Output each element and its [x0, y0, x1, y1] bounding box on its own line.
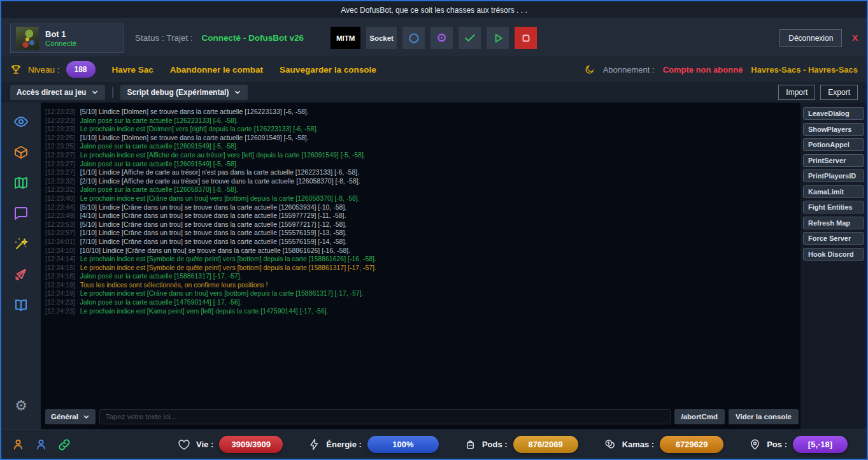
settings-button[interactable]: ⚙ — [430, 27, 453, 49]
log-line: [12:23:32]Jalon posé sur la carte actuel… — [45, 185, 797, 194]
player-blue-icon[interactable] — [34, 438, 48, 451]
command-button-kamalimit[interactable]: KamaLimit — [803, 185, 864, 198]
command-button-hook-discord[interactable]: Hook Discord — [803, 248, 864, 261]
sidebar-item-library[interactable] — [1, 290, 41, 320]
console-log[interactable]: [12:23:23][5/10] Lindice [Dolmen] se tro… — [41, 103, 800, 409]
log-message: Tous les indices sont sélectionnés, on c… — [80, 281, 268, 289]
game-access-dropdown[interactable]: Accès direct au jeu — [10, 85, 105, 100]
log-message: [2/10] Lindice [Affiche de carte au trés… — [80, 177, 360, 185]
command-button-showplayers[interactable]: ShowPlayers — [803, 123, 864, 136]
pos-pill: [5,-18] — [793, 436, 848, 453]
sword-icon — [13, 267, 29, 282]
log-message: [5/10] Lindice [Crâne dans un trou] se t… — [80, 203, 347, 211]
sidebar-item-chat[interactable] — [1, 198, 41, 229]
chat-input[interactable] — [99, 409, 671, 424]
log-line: [12:24:23]Le prochain indice est [Kama p… — [45, 307, 797, 316]
log-message: Jalon posé sur la carte actuelle [147590… — [80, 298, 242, 306]
chevron-down-icon — [83, 413, 90, 420]
avatar — [16, 27, 39, 50]
circle-icon — [408, 32, 420, 45]
kamas-pill: 6729629 — [660, 436, 723, 453]
sidebar-item-vision[interactable] — [1, 106, 41, 137]
command-button-fight-entities[interactable]: Fight Entities — [803, 201, 864, 213]
export-button[interactable]: Export — [820, 85, 858, 100]
energie-stat: Énergie : 100% — [308, 436, 439, 453]
sidebar-settings[interactable]: ⚙ — [1, 390, 41, 420]
mitm-button[interactable]: MITM — [331, 27, 360, 49]
moon-icon — [585, 64, 595, 75]
command-button-refresh-map[interactable]: Refresh Map — [803, 217, 864, 229]
sidebar-item-automation[interactable] — [1, 229, 41, 259]
level-action-link[interactable]: Havre Sac — [112, 65, 153, 75]
channel-dropdown[interactable]: Général — [45, 409, 96, 424]
bot-card[interactable]: Bot 1 Connecté — [10, 24, 124, 53]
clear-console-button[interactable]: Vider la console — [729, 409, 799, 424]
chat-icon — [13, 206, 29, 221]
log-message: Le prochain indice est [Crâne dans un tr… — [80, 289, 364, 297]
wand-icon — [13, 236, 29, 252]
log-message: Jalon posé sur la carte actuelle [126223… — [80, 117, 238, 124]
start-button[interactable] — [487, 27, 509, 49]
log-message: Le prochain indice est [Symbole de quête… — [80, 264, 376, 271]
close-icon[interactable]: X — [852, 33, 858, 43]
log-message: [7/10] Lindice [Crâne dans un trou] se t… — [80, 238, 347, 245]
toolbar: Accès direct au jeu Script debug (Expéri… — [1, 82, 867, 103]
script-dropdown[interactable]: Script debug (Expérimental) — [120, 85, 248, 100]
log-message: Jalon posé sur la carte actuelle [126091… — [80, 160, 238, 168]
log-line: [12:24:10][10/10] Lindice [Crâne dans un… — [45, 247, 797, 255]
disconnect-button[interactable]: Déconnexion — [779, 29, 842, 47]
sidebar-item-inventory[interactable] — [1, 137, 41, 168]
circle-status-button[interactable] — [402, 27, 425, 49]
titlebar: Avec DofusBot, que ce soit les chasses a… — [1, 1, 867, 18]
log-timestamp: [12:24:10] — [45, 247, 75, 254]
log-line: [12:24:15]Le prochain indice est [Symbol… — [45, 264, 797, 273]
log-timestamp: [12:24:19] — [45, 289, 75, 297]
energie-pill: 100% — [367, 436, 439, 453]
log-message: [4/10] Lindice [Crâne dans un trou] se t… — [80, 212, 346, 219]
log-message: Le prochain indice est [Dolmen] vers [ri… — [80, 125, 318, 133]
log-message: Jalon posé sur la carte actuelle [158861… — [80, 272, 242, 280]
link-icon[interactable] — [57, 438, 71, 452]
log-timestamp: [12:24:18] — [45, 272, 75, 280]
command-button-printplayersid[interactable]: PrintPlayersID — [803, 169, 864, 182]
log-timestamp: [12:24:01] — [45, 238, 75, 245]
energie-label: Énergie : — [326, 440, 362, 449]
command-button-printserver[interactable]: PrintServer — [803, 154, 864, 167]
level-action-link[interactable]: Sauvegarder la console — [280, 65, 376, 75]
command-button-force-server[interactable]: Force Server — [803, 232, 864, 245]
dofusbot-window: Avec DofusBot, que ce soit les chasses a… — [0, 0, 868, 460]
log-timestamp: [12:23:40] — [45, 194, 75, 202]
sidebar-item-combat[interactable] — [1, 259, 41, 290]
pods-stat: Pods : 876/2069 — [464, 436, 578, 453]
level-action-link[interactable]: Abandonner le combat — [170, 65, 263, 75]
status-label: Status : Trajet : — [135, 33, 193, 43]
command-button-leavedialog[interactable]: LeaveDialog — [803, 107, 864, 120]
log-message: [1/10] Lindice [Dolmen] se trouve dans l… — [80, 134, 309, 141]
sidebar-item-map[interactable] — [1, 168, 41, 198]
socket-button[interactable]: Socket — [366, 27, 397, 49]
log-line: [12:23:40]Le prochain indice est [Crâne … — [45, 194, 797, 203]
confirm-button[interactable] — [459, 27, 481, 49]
book-icon — [13, 298, 29, 313]
command-panel: LeaveDialogShowPlayersPotionAppelPrintSe… — [800, 103, 867, 429]
sidebar: ⚙ — [1, 103, 41, 429]
bot-name: Bot 1 — [45, 29, 76, 39]
log-line: [12:23:57][1/10] Lindice [Crâne dans un … — [45, 229, 797, 238]
log-line: [12:23:27]Le prochain indice est [Affich… — [45, 151, 797, 160]
log-timestamp: [12:23:32] — [45, 185, 75, 193]
subscription-status: Compte non abonné — [663, 65, 743, 75]
havre-route-link[interactable]: Havres-Sacs - Havres-Sacs — [751, 65, 858, 75]
log-line: [12:23:44][5/10] Lindice [Crâne dans un … — [45, 203, 797, 212]
stop-button[interactable] — [515, 27, 537, 49]
player-orange-icon[interactable] — [11, 438, 25, 451]
log-timestamp: [12:23:23] — [45, 117, 75, 124]
log-timestamp: [12:23:25] — [45, 142, 75, 150]
header-right: Déconnexion X — [779, 29, 858, 47]
command-button-potionappel[interactable]: PotionAppel — [803, 138, 864, 151]
abort-command-button[interactable]: /abortCmd — [674, 409, 725, 424]
log-line: [12:23:49][4/10] Lindice [Crâne dans un … — [45, 212, 797, 220]
pods-label: Pods : — [482, 440, 508, 449]
log-line: [12:23:23]Le prochain indice est [Dolmen… — [45, 125, 797, 134]
log-line: [12:23:27][1/10] Lindice [Affiche de car… — [45, 168, 797, 177]
import-button[interactable]: Import — [778, 85, 815, 100]
